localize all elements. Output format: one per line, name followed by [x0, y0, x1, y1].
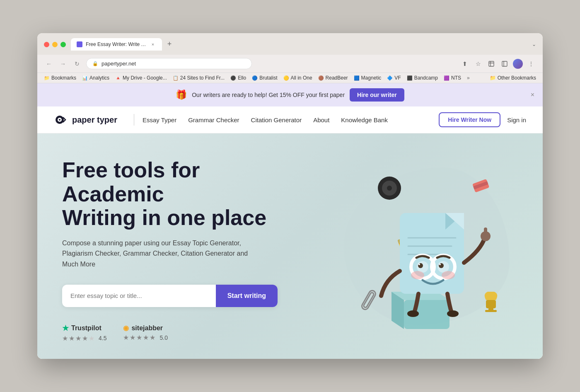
star-2: ★ [130, 334, 135, 341]
bookmark-label: All in One [291, 75, 312, 81]
url-bar[interactable]: 🔒 papertyper.net [86, 58, 252, 69]
sitejabber-stars: ★ ★ ★ ★ ★ [123, 334, 155, 341]
site-nav: paper typer Essay Typer Grammar Checker … [37, 106, 543, 133]
bookmark-label: Bookmarks [51, 75, 76, 81]
star-3: ★ [136, 334, 142, 341]
sitejabber-label: sitejabber [131, 324, 163, 332]
search-input[interactable] [62, 285, 216, 307]
minimize-window-button[interactable] [52, 42, 58, 47]
other-bookmarks-button[interactable]: 📁 Other Bookmarks [490, 75, 536, 81]
tab-close-button[interactable]: × [150, 41, 156, 48]
new-tab-button[interactable]: + [164, 38, 175, 50]
lock-icon: 🔒 [92, 61, 98, 66]
star-2: ★ [69, 334, 75, 342]
star-5: ★ [89, 334, 94, 342]
bookmark-item-bandcamp[interactable]: ⬛ Bandcamp [407, 75, 438, 81]
brutalist-icon: 🔵 [252, 75, 258, 81]
hero-subtitle: Compose a stunning paper using our Essay… [62, 238, 261, 270]
sitejabber-score: 5.0 [160, 334, 167, 341]
svg-point-4 [59, 119, 60, 121]
sitejabber-icon: ◉ [123, 324, 129, 332]
nav-actions: Hire Writer Now Sign in [439, 112, 526, 127]
close-window-button[interactable] [44, 42, 49, 47]
bookmark-item-vf[interactable]: 🔷 VF [387, 75, 401, 81]
nav-link-citation-generator[interactable]: Citation Generator [251, 116, 302, 123]
svg-point-37 [407, 310, 419, 317]
bookmark-item-drive[interactable]: 🔺 My Drive - Google... [115, 75, 167, 81]
hire-writer-nav-button[interactable]: Hire Writer Now [439, 112, 500, 127]
trustpilot-score: 4.5 [99, 335, 106, 341]
logo-separator [134, 114, 134, 126]
svg-rect-41 [486, 300, 496, 308]
svg-rect-43 [485, 310, 497, 312]
bookmark-item-magnetic[interactable]: 🟦 Magnetic [354, 75, 382, 81]
svg-rect-36 [484, 227, 487, 237]
traffic-lights [44, 42, 66, 47]
search-box: Start writing [62, 285, 278, 307]
page-content: 🎁 Our writers are ready to help! Get 15%… [37, 83, 543, 358]
nav-link-about[interactable]: About [313, 116, 329, 123]
bookmark-more-button[interactable]: » [467, 75, 470, 81]
fullscreen-window-button[interactable] [60, 42, 66, 47]
tabs-row: Free Essay Writer: Write Your Essay × + … [71, 38, 536, 51]
extensions-button[interactable] [486, 59, 496, 69]
banner-text: Our writers are ready to help! Get 15% O… [192, 92, 345, 98]
banner-close-button[interactable]: × [531, 91, 534, 99]
trustpilot-label: Trustpilot [71, 324, 102, 332]
nav-link-grammar-checker[interactable]: Grammar Checker [188, 116, 239, 123]
title-bar: Free Essay Writer: Write Your Essay × + … [37, 33, 543, 55]
bookmark-label: ReadBeer [326, 75, 348, 81]
hero-content: Free tools for Academic Writing in one p… [62, 158, 294, 342]
sign-in-button[interactable]: Sign in [507, 116, 526, 123]
bookmark-label: NTS [451, 75, 461, 81]
site-logo[interactable]: paper typer [54, 112, 117, 127]
back-button[interactable]: ← [44, 59, 54, 69]
hero-section: Free tools for Academic Writing in one p… [37, 133, 543, 358]
bookmark-item-nts[interactable]: 🟪 NTS [444, 75, 461, 81]
svg-point-31 [418, 264, 420, 265]
bookmark-item-ello[interactable]: ⚫ Ello [230, 75, 246, 81]
sitejabber-stars-row: ★ ★ ★ ★ ★ 5.0 [123, 334, 167, 341]
profile-avatar[interactable] [513, 59, 523, 69]
start-writing-button[interactable]: Start writing [216, 285, 278, 307]
allinone-icon: 🟡 [283, 75, 289, 81]
drive-icon: 🔺 [115, 75, 121, 81]
tab-favicon [77, 41, 82, 47]
tab-expand-button[interactable]: ⌄ [532, 41, 536, 47]
bookmark-item-allinone[interactable]: 🟡 All in One [283, 75, 312, 81]
hero-title: Free tools for Academic Writing in one p… [62, 158, 294, 230]
tab-title: Free Essay Writer: Write Your Essay [86, 41, 146, 47]
hero-title-line1: Free tools for Academic [62, 158, 200, 206]
share-button[interactable]: ⬆ [460, 59, 470, 69]
forward-button[interactable]: → [58, 59, 68, 69]
sidebar-button[interactable] [500, 59, 510, 69]
bookmark-button[interactable]: ☆ [473, 59, 483, 69]
other-bookmarks-label: Other Bookmarks [498, 75, 536, 81]
nav-link-essay-typer[interactable]: Essay Typer [143, 116, 176, 123]
hire-writer-banner-button[interactable]: Hire our writer [350, 88, 404, 102]
list-icon: 📋 [173, 75, 179, 81]
bookmark-item-24sites[interactable]: 📋 24 Sites to Find Fr... [173, 75, 225, 81]
promo-banner: 🎁 Our writers are ready to help! Get 15%… [37, 83, 543, 106]
bookmark-label: Brutalist [259, 75, 277, 81]
logo-text: paper typer [72, 115, 117, 125]
bookmark-label: Ello [238, 75, 246, 81]
svg-point-33 [411, 271, 424, 279]
active-tab[interactable]: Free Essay Writer: Write Your Essay × [71, 38, 162, 51]
trustpilot-stars: ★ ★ ★ ★ ★ [62, 334, 94, 342]
refresh-button[interactable]: ↻ [72, 59, 82, 69]
mascot-svg [327, 147, 526, 346]
trustpilot-icon: ★ [62, 324, 69, 333]
toolbar-actions: ⬆ ☆ ⋮ [460, 59, 536, 69]
nav-link-knowledge-bank[interactable]: Knowledge Bank [341, 116, 388, 123]
star-4: ★ [82, 334, 88, 342]
bookmark-label: Magnetic [361, 75, 382, 81]
bookmark-item-analytics[interactable]: 📊 Analytics [82, 75, 109, 81]
menu-button[interactable]: ⋮ [526, 59, 536, 69]
svg-point-38 [447, 310, 459, 317]
bookmark-item-bookmarks[interactable]: 📁 Bookmarks [44, 75, 76, 81]
bookmark-item-brutalist[interactable]: 🔵 Brutalist [252, 75, 277, 81]
bookmark-item-readbeer[interactable]: 🟤 ReadBeer [318, 75, 348, 81]
bookmark-label: 24 Sites to Find Fr... [180, 75, 225, 81]
star-1: ★ [123, 334, 129, 341]
